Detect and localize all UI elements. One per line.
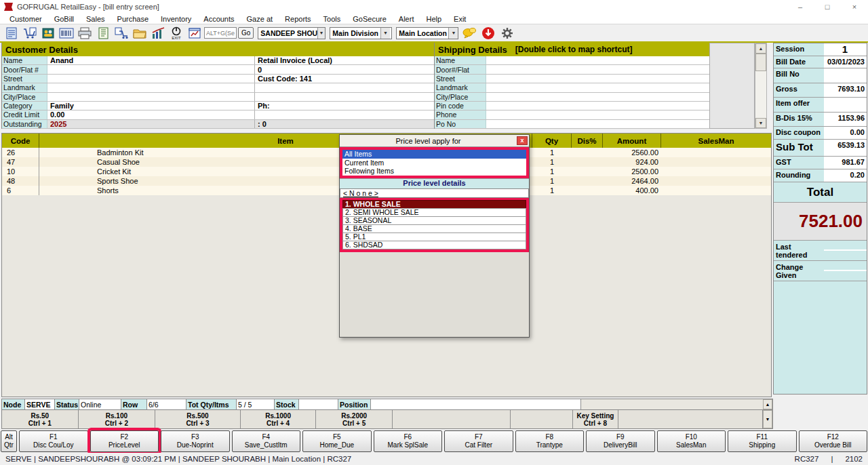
menu-item-inventory[interactable]: Inventory bbox=[155, 15, 197, 23]
shipping-value-landmark[interactable] bbox=[486, 83, 709, 92]
apply-option-current-item[interactable]: Current Item bbox=[342, 159, 526, 167]
price-level-none-option[interactable]: < N o n e > bbox=[340, 188, 529, 198]
download-icon[interactable] bbox=[480, 26, 496, 41]
fkey-f6[interactable]: F6Mark SplSale bbox=[374, 430, 443, 452]
customer-value-outstanding[interactable]: 2025 bbox=[47, 120, 254, 128]
shipping-value-po-no[interactable] bbox=[486, 120, 709, 128]
shipping-value-phone[interactable] bbox=[486, 110, 709, 119]
bill-entry-icon[interactable] bbox=[3, 26, 20, 41]
shipping-value-door-flat[interactable] bbox=[486, 65, 709, 73]
fkey-f9[interactable]: F9DeliveryBill bbox=[586, 430, 655, 452]
purchase-cart-icon[interactable] bbox=[113, 26, 130, 41]
chevron-down-icon[interactable]: ▼ bbox=[448, 28, 458, 39]
printer-icon[interactable] bbox=[76, 26, 93, 41]
menu-item-exit[interactable]: Exit bbox=[448, 15, 472, 23]
cell-amount: 2464.00 bbox=[603, 176, 661, 186]
sales-chart-icon[interactable] bbox=[149, 26, 166, 41]
customer-value-category[interactable]: Family bbox=[47, 102, 254, 110]
minimize-icon[interactable]: – bbox=[787, 0, 814, 14]
chevron-down-icon[interactable]: ▼ bbox=[380, 28, 390, 39]
close-icon[interactable]: × bbox=[841, 0, 868, 14]
customer-value-landmark[interactable] bbox=[47, 83, 254, 92]
scroll-down-icon[interactable]: ▼ bbox=[763, 410, 772, 428]
cash-button-rs-1000[interactable]: Rs.1000Ctrl + 4 bbox=[241, 410, 317, 428]
customer-label-outstanding: Outstanding bbox=[2, 120, 47, 128]
cash-button-rs-2000[interactable]: Rs.2000Ctrl + 5 bbox=[316, 410, 393, 428]
customer-value-street[interactable] bbox=[47, 75, 254, 83]
fkey-f7[interactable]: F7Cat Filter bbox=[444, 430, 513, 452]
barcode-icon[interactable] bbox=[58, 26, 75, 41]
customer-value-city-place[interactable] bbox=[47, 93, 254, 101]
cash-button-rs-50[interactable]: Rs.50Ctrl + 1 bbox=[2, 410, 79, 428]
column-header-qty[interactable]: Qty bbox=[532, 134, 572, 148]
cash-button-rs-500[interactable]: Rs.500Ctrl + 3 bbox=[155, 410, 241, 428]
menu-item-gobill[interactable]: GoBill bbox=[48, 15, 80, 23]
scroll-down-icon[interactable]: ▼ bbox=[755, 118, 766, 128]
menu-item-sales[interactable]: Sales bbox=[80, 15, 111, 23]
summary-value-last-tendered[interactable] bbox=[824, 249, 867, 251]
fkey-f12[interactable]: F12Overdue Bill bbox=[799, 430, 868, 452]
shipping-value-pin-code[interactable] bbox=[486, 102, 709, 110]
node-cell-empty-11[interactable] bbox=[371, 399, 581, 409]
division-dropdown[interactable]: Main Division▼ bbox=[330, 27, 392, 39]
menu-item-gaze-at[interactable]: Gaze at bbox=[241, 15, 279, 23]
sales-cart-icon[interactable] bbox=[21, 26, 38, 41]
cash-button-rs-100[interactable]: Rs.100Ctrl + 2 bbox=[79, 410, 156, 428]
shipping-value-street[interactable] bbox=[486, 75, 709, 83]
menu-item-purchase[interactable]: Purchase bbox=[111, 15, 155, 23]
maximize-icon[interactable]: □ bbox=[814, 0, 841, 14]
top-section-scrollbar[interactable]: ▲ ▼ bbox=[755, 43, 767, 129]
chevron-down-icon[interactable]: ▼ bbox=[317, 28, 326, 39]
scroll-up-icon[interactable]: ▲ bbox=[763, 399, 772, 409]
fkey-f5[interactable]: F5Home_Due bbox=[302, 430, 372, 452]
node-cell-6-6[interactable]: 6/6 bbox=[147, 399, 186, 409]
report-window-icon[interactable] bbox=[186, 26, 203, 41]
cash-button-key-setting[interactable]: Key SettingCtrl + 8 bbox=[573, 410, 618, 428]
user-dropdown[interactable]: SANDEEP SHOURA▼ bbox=[258, 27, 326, 39]
menu-item-help[interactable]: Help bbox=[420, 15, 448, 23]
summary-value-change-given[interactable] bbox=[824, 270, 867, 271]
scroll-up-icon[interactable]: ▲ bbox=[755, 43, 766, 54]
exit-icon[interactable]: EXIT bbox=[167, 26, 184, 41]
column-header-amount[interactable]: Amount bbox=[603, 134, 661, 148]
settings-gear-icon[interactable] bbox=[499, 26, 515, 41]
apply-option-following-items[interactable]: Following Items bbox=[342, 167, 526, 176]
shipping-value-city-place[interactable] bbox=[486, 93, 709, 101]
search-input[interactable] bbox=[204, 27, 237, 39]
open-folder-icon[interactable] bbox=[131, 26, 148, 41]
shipping-value-name[interactable] bbox=[486, 56, 709, 64]
node-cell-serve[interactable]: SERVE bbox=[25, 399, 55, 409]
fkey-alt[interactable]: AltQtr bbox=[1, 430, 17, 452]
column-header-salesman[interactable]: SalesMan bbox=[661, 134, 771, 148]
menu-item-gosecure[interactable]: GoSecure bbox=[347, 15, 393, 23]
location-dropdown[interactable]: Main Location▼ bbox=[396, 27, 458, 39]
customer-value-name[interactable]: Anand bbox=[47, 56, 254, 64]
fkey-f1[interactable]: F1Disc Cou/Loy bbox=[19, 430, 88, 452]
dialog-close-icon[interactable]: x bbox=[517, 136, 528, 145]
node-cell-5-5[interactable]: 5 / 5 bbox=[237, 399, 275, 409]
column-header-dis[interactable]: Dis% bbox=[572, 134, 603, 148]
menu-item-tools[interactable]: Tools bbox=[317, 15, 347, 23]
menu-item-alert[interactable]: Alert bbox=[393, 15, 420, 23]
fkey-f3[interactable]: F3Due-Noprint bbox=[161, 430, 230, 452]
node-cell-online[interactable]: Online bbox=[79, 399, 121, 409]
column-header-code[interactable]: Code bbox=[2, 134, 39, 148]
menu-item-reports[interactable]: Reports bbox=[279, 15, 317, 23]
fkey-f10[interactable]: F10SalesMan bbox=[657, 430, 726, 452]
scrollbar-thumb[interactable] bbox=[755, 54, 766, 71]
price-level-option-6-shdsad[interactable]: 6. SHDSAD bbox=[342, 241, 526, 249]
customer-value-door-flat[interactable] bbox=[47, 65, 254, 73]
go-button[interactable]: Go bbox=[238, 27, 254, 39]
fkey-f2[interactable]: F2PriceLevel bbox=[90, 430, 159, 452]
node-cell-empty-9[interactable] bbox=[299, 399, 338, 409]
customer-value-credit-limit[interactable]: 0.00 bbox=[47, 110, 254, 119]
apply-option-all-items[interactable]: All Items bbox=[342, 150, 526, 159]
menu-item-accounts[interactable]: Accounts bbox=[197, 15, 240, 23]
menu-item-customer[interactable]: Customer bbox=[3, 15, 48, 23]
chat-icon[interactable] bbox=[461, 26, 477, 41]
journal-icon[interactable] bbox=[94, 26, 111, 41]
fkey-f4[interactable]: F4Save_CustItm bbox=[232, 430, 301, 452]
fkey-f8[interactable]: F8Trantype bbox=[515, 430, 585, 452]
customers-icon[interactable] bbox=[39, 26, 56, 41]
fkey-f11[interactable]: F11Shipping bbox=[728, 430, 797, 452]
